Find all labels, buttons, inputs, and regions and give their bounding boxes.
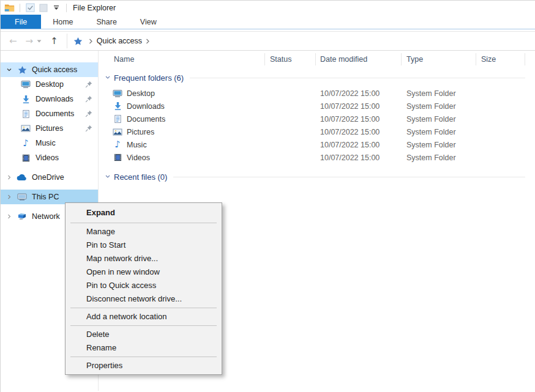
checkmark-icon[interactable] (25, 3, 36, 12)
file-date-modified: 10/07/2022 15:00 (316, 141, 402, 149)
sidebar-item-desktop[interactable]: Desktop (1, 77, 98, 92)
onedrive-cloud-icon (17, 174, 28, 181)
menu-item-delete[interactable]: Delete (65, 328, 222, 341)
title-bar: File Explorer (1, 1, 535, 15)
sidebar-item-music[interactable]: ♪ Music (1, 136, 98, 150)
tab-file[interactable]: File (1, 15, 41, 29)
chevron-right-icon[interactable] (6, 194, 13, 200)
divider (20, 4, 20, 12)
column-header-status[interactable]: Status (265, 53, 316, 65)
sidebar-item-label: Videos (36, 153, 98, 162)
up-arrow-icon[interactable]: ↑ (50, 37, 58, 46)
file-date-modified: 10/07/2022 15:00 (316, 128, 402, 136)
tab-view[interactable]: View (129, 15, 168, 29)
menu-item-add-network-location[interactable]: Add a network location (65, 310, 222, 324)
sidebar-item-quick-access[interactable]: Quick access (1, 62, 98, 77)
group-header-label: Recent files (0) (114, 172, 167, 182)
chevron-right-icon[interactable] (6, 213, 13, 220)
customize-caret-icon[interactable] (51, 3, 61, 12)
context-menu: Expand Manage Pin to Start Map network d… (65, 202, 222, 375)
menu-item-rename[interactable]: Rename (65, 341, 222, 355)
chevron-right-icon[interactable] (6, 174, 13, 180)
tab-share[interactable]: Share (85, 15, 129, 29)
download-arrow-icon (113, 102, 122, 111)
document-icon (20, 109, 31, 119)
sidebar-item-pictures[interactable]: Pictures (1, 121, 98, 136)
desktop-icon (20, 80, 31, 89)
navigation-bar: ← → ↑ Quick access (1, 31, 535, 51)
spacer (1, 185, 98, 190)
sidebar-item-downloads[interactable]: Downloads (1, 92, 98, 106)
sidebar-item-onedrive[interactable]: OneDrive (1, 170, 98, 185)
this-pc-monitor-icon (17, 192, 28, 202)
menu-item-open-in-new-window[interactable]: Open in new window (65, 265, 222, 279)
file-date-modified: 10/07/2022 15:00 (316, 115, 402, 124)
history-caret-icon[interactable] (37, 40, 42, 43)
menu-separator (70, 357, 217, 357)
menu-item-map-network-drive[interactable]: Map network drive... (65, 252, 222, 265)
chevron-right-icon[interactable] (89, 39, 93, 44)
download-arrow-icon (20, 95, 31, 104)
group-header-rule (190, 78, 525, 78)
file-type: System Folder (402, 153, 476, 162)
file-date-modified: 10/07/2022 15:00 (316, 89, 402, 98)
menu-item-disconnect-network-drive[interactable]: Disconnect network drive... (65, 292, 222, 306)
quick-access-star-icon (73, 37, 83, 46)
group-header-rule (173, 177, 525, 177)
group-header-frequent-folders[interactable]: Frequent folders (6) (99, 71, 535, 84)
sidebar-item-documents[interactable]: Documents (1, 106, 98, 121)
chevron-down-icon[interactable] (105, 174, 111, 180)
menu-separator (70, 308, 217, 308)
file-type: System Folder (402, 141, 476, 149)
file-type: System Folder (402, 89, 476, 98)
chevron-down-icon[interactable] (105, 75, 111, 81)
file-date-modified: 10/07/2022 15:00 (316, 102, 402, 111)
column-header-type[interactable]: Type (402, 53, 476, 65)
blank-item-icon[interactable] (38, 3, 48, 12)
file-row-pictures[interactable]: Pictures 10/07/2022 15:00 System Folder (99, 125, 535, 138)
column-header-date-modified[interactable]: Date modified (316, 53, 402, 65)
group-header-recent-files[interactable]: Recent files (0) (99, 170, 535, 183)
frequent-folders-rows: Desktop 10/07/2022 15:00 System Folder D… (99, 87, 535, 164)
menu-item-pin-to-start[interactable]: Pin to Start (65, 239, 222, 252)
sidebar-item-label: Downloads (36, 95, 84, 103)
menu-separator (70, 223, 217, 223)
file-row-documents[interactable]: Documents 10/07/2022 15:00 System Folder (99, 113, 535, 125)
sidebar-item-label: Music (36, 139, 98, 147)
sidebar-item-label: Quick access (32, 65, 98, 74)
picture-icon (113, 127, 122, 137)
file-row-videos[interactable]: Videos 10/07/2022 15:00 System Folder (99, 151, 535, 164)
back-arrow-icon[interactable]: ← (9, 37, 17, 46)
column-header-row: Name Status Date modified Type Size (99, 51, 535, 68)
sidebar-item-label: Pictures (36, 124, 84, 133)
column-header-size[interactable]: Size (476, 53, 525, 65)
file-row-desktop[interactable]: Desktop 10/07/2022 15:00 System Folder (99, 87, 535, 100)
file-name: Documents (127, 115, 165, 124)
menu-item-manage[interactable]: Manage (65, 225, 222, 239)
pin-icon (84, 110, 93, 117)
file-explorer-window: File Explorer File Home Share View ← → ↑… (0, 0, 535, 392)
chevron-down-icon[interactable] (6, 67, 13, 73)
breadcrumb-location[interactable]: Quick access (97, 37, 142, 45)
column-header-name[interactable]: Name (99, 53, 265, 65)
sidebar-item-label: OneDrive (32, 173, 98, 182)
window-title: File Explorer (73, 4, 116, 12)
sidebar-item-label: Desktop (36, 80, 84, 89)
file-row-music[interactable]: ♪Music 10/07/2022 15:00 System Folder (99, 138, 535, 151)
network-icon (17, 212, 28, 221)
sidebar-item-videos[interactable]: Videos (1, 150, 98, 165)
chevron-right-icon[interactable] (146, 39, 150, 44)
menu-item-pin-to-quick-access[interactable]: Pin to Quick access (65, 279, 222, 292)
menu-separator (70, 325, 217, 326)
document-icon (113, 114, 122, 124)
menu-item-properties[interactable]: Properties (65, 359, 222, 372)
divider (66, 4, 67, 12)
tab-home[interactable]: Home (41, 15, 84, 29)
file-type: System Folder (402, 102, 476, 111)
menu-item-expand[interactable]: Expand (65, 205, 222, 221)
sidebar-item-label: This PC (32, 193, 98, 201)
file-row-downloads[interactable]: Downloads 10/07/2022 15:00 System Folder (99, 100, 535, 113)
file-name: Downloads (127, 102, 165, 111)
address-bar[interactable]: Quick access (67, 34, 535, 48)
forward-arrow-icon[interactable]: → (26, 37, 34, 46)
